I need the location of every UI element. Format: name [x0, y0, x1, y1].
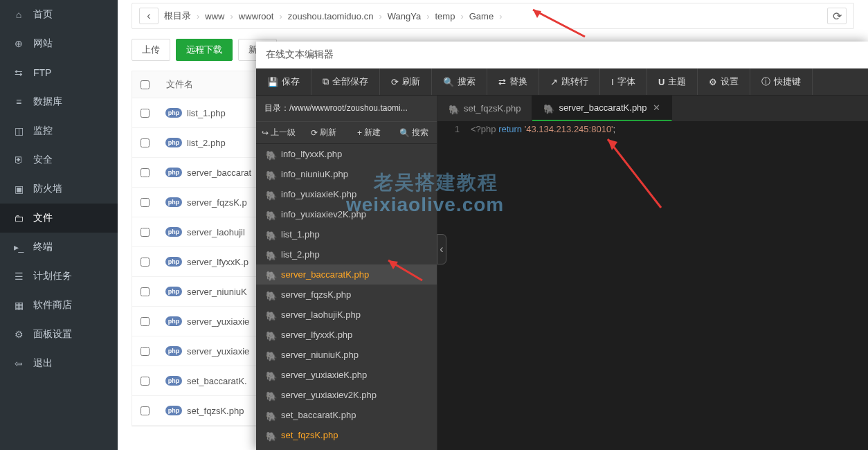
php-icon: 🐘: [449, 105, 458, 113]
editor-file-item[interactable]: 🐘server_yuxiaxieK.php: [256, 365, 437, 385]
editor-file-list[interactable]: 🐘info_lfyxxK.php🐘info_niuniuK.php🐘info_y…: [256, 144, 437, 450]
editor-file-item[interactable]: 🐘info_yuxiaxiev2K.php: [256, 204, 437, 224]
sidebar-item-label: 网站: [33, 37, 53, 50]
breadcrumb-part[interactable]: temp: [435, 11, 455, 21]
info-icon: ⓘ: [761, 75, 770, 88]
editor-toolbar: 💾保存 ⧉全部保存 ⟳刷新 🔍搜索 ⇄替换 ↗跳转行 Ⅰ字体 U主题 ⚙设置 ⓘ…: [256, 69, 868, 96]
tab-label: server_baccaratK.php: [559, 102, 647, 113]
row-checkbox[interactable]: [141, 347, 150, 356]
file-name: info_yuxiaxiev2K.php: [281, 209, 366, 219]
editor-file-item[interactable]: 🐘set_fqzsK.php: [256, 425, 437, 445]
row-checkbox[interactable]: [141, 287, 150, 296]
sidebar-item-terminal[interactable]: ▸_终端: [0, 233, 118, 262]
editor-body: 目录：/www/wwwroot/zoushou.taomi... ↪上一级 ⟳刷…: [256, 96, 868, 450]
file-name: info_lfyxxK.php: [281, 149, 342, 159]
sidebar-item-monitor[interactable]: ◫监控: [0, 116, 118, 145]
editor-file-item[interactable]: 🐘list_1.php: [256, 224, 437, 244]
sidebar-item-logout[interactable]: ⇦退出: [0, 349, 118, 378]
back-button[interactable]: ‹: [139, 8, 159, 24]
row-checkbox[interactable]: [141, 317, 150, 326]
select-all-checkbox[interactable]: [141, 80, 150, 89]
breadcrumb-bar: ‹ 根目录› www› wwwroot› zoushou.taomiduo.cn…: [132, 3, 854, 29]
close-icon[interactable]: ✕: [653, 102, 660, 113]
fp-refresh-button[interactable]: ⟳刷新: [301, 122, 346, 143]
row-checkbox[interactable]: [141, 228, 150, 237]
editor-replace-button[interactable]: ⇄替换: [487, 69, 539, 95]
row-checkbox[interactable]: [141, 258, 150, 267]
sidebar-item-apps[interactable]: ▦软件商店: [0, 291, 118, 320]
editor-file-item[interactable]: 🐘set_baccaratK.php: [256, 405, 437, 425]
editor-file-item[interactable]: 🐘server_niuniuK.php: [256, 345, 437, 365]
editor-theme-button[interactable]: U主题: [647, 69, 698, 95]
collapse-handle[interactable]: ‹: [437, 234, 446, 264]
breadcrumb-part[interactable]: Game: [469, 11, 494, 21]
remote-download-button[interactable]: 远程下载: [176, 39, 233, 61]
editor-file-item[interactable]: 🐘server_fqzsK.php: [256, 285, 437, 305]
editor-refresh-button[interactable]: ⟳刷新: [380, 69, 432, 95]
php-icon: 🐘: [266, 291, 275, 299]
sidebar-item-cron[interactable]: ☰计划任务: [0, 262, 118, 291]
sidebar-item-label: 面板设置: [33, 328, 72, 341]
editor-save-all-button[interactable]: ⧉全部保存: [311, 69, 380, 95]
file-name: server_baccaratK.php: [281, 269, 369, 280]
breadcrumb-part[interactable]: wwwroot: [239, 11, 274, 21]
code-area[interactable]: 1 <?php return '43.134.213.245:8010';: [437, 121, 868, 450]
editor-font-button[interactable]: Ⅰ字体: [600, 69, 647, 95]
php-icon: 🐘: [266, 311, 275, 319]
fp-up-button[interactable]: ↪上一级: [256, 122, 301, 143]
editor-file-item[interactable]: 🐘info_niuniuK.php: [256, 164, 437, 184]
tab-server-baccaratk[interactable]: 🐘server_baccaratK.php✕: [532, 96, 671, 121]
row-checkbox[interactable]: [141, 198, 150, 207]
php-icon: php: [166, 404, 181, 417]
editor-shortcuts-button[interactable]: ⓘ快捷键: [750, 69, 813, 95]
sidebar-item-label: 安全: [33, 154, 53, 166]
editor-file-item[interactable]: 🐘server_baccaratK.php: [256, 264, 437, 285]
editor-search-button[interactable]: 🔍搜索: [432, 69, 487, 95]
sidebar-item-site[interactable]: ⊕网站: [0, 29, 118, 58]
php-icon: php: [166, 285, 181, 298]
editor-file-item[interactable]: 🐘set_laohujiK.php: [256, 445, 437, 450]
editor-file-item[interactable]: 🐘server_laohujiK.php: [256, 305, 437, 325]
editor-file-item[interactable]: 🐘info_yuxiaxieK.php: [256, 184, 437, 204]
editor-title: 在线文本编辑器: [256, 42, 868, 69]
row-checkbox[interactable]: [141, 138, 150, 147]
upload-button[interactable]: 上传: [132, 39, 170, 61]
breadcrumb-part[interactable]: www: [205, 11, 224, 21]
editor-save-button[interactable]: 💾保存: [256, 69, 311, 95]
sidebar-item-label: 文件: [33, 212, 53, 224]
sidebar-item-files[interactable]: 🗀文件: [0, 204, 118, 233]
editor-file-item[interactable]: 🐘server_yuxiaxiev2K.php: [256, 385, 437, 405]
php-icon: 🐘: [266, 351, 275, 359]
editor-file-item[interactable]: 🐘info_lfyxxK.php: [256, 144, 437, 164]
sidebar-item-label: 终端: [33, 241, 53, 253]
sidebar-item-settings[interactable]: ⚙面板设置: [0, 320, 118, 349]
breadcrumb-part[interactable]: WangYa: [388, 11, 421, 21]
refresh-icon: ⟳: [833, 10, 842, 23]
editor-settings-button[interactable]: ⚙设置: [698, 69, 750, 95]
php-icon: 🐘: [266, 391, 275, 399]
fp-new-button[interactable]: +新建: [347, 122, 392, 143]
search-icon: 🔍: [443, 77, 454, 87]
editor-goto-button[interactable]: ↗跳转行: [539, 69, 600, 95]
editor-modal: 在线文本编辑器 💾保存 ⧉全部保存 ⟳刷新 🔍搜索 ⇄替换 ↗跳转行 Ⅰ字体 U…: [256, 42, 868, 450]
breadcrumb-part[interactable]: zoushou.taomiduo.cn: [288, 11, 374, 21]
fp-search-button[interactable]: 🔍搜索: [392, 122, 437, 143]
editor-path: 目录：/www/wwwroot/zoushou.taomi...: [256, 96, 437, 121]
tab-set-fqzsk[interactable]: 🐘set_fqzsK.php: [437, 96, 532, 121]
row-checkbox[interactable]: [141, 168, 150, 177]
sidebar-item-firewall[interactable]: ▣防火墙: [0, 174, 118, 204]
editor-file-item[interactable]: 🐘server_lfyxxK.php: [256, 325, 437, 345]
sidebar-item-ftp[interactable]: ⇆FTP: [0, 58, 118, 87]
editor-file-item[interactable]: 🐘list_2.php: [256, 244, 437, 264]
refresh-button[interactable]: ⟳: [827, 8, 847, 24]
gear-icon: ⚙: [709, 77, 717, 87]
row-checkbox[interactable]: [141, 377, 150, 386]
sidebar-item-home[interactable]: ⌂首页: [0, 0, 118, 29]
sidebar-item-database[interactable]: ≡数据库: [0, 87, 118, 116]
row-checkbox[interactable]: [141, 109, 150, 118]
sidebar-item-security[interactable]: ⛨安全: [0, 145, 118, 174]
row-checkbox[interactable]: [141, 406, 150, 415]
breadcrumb-root[interactable]: 根目录: [164, 10, 191, 22]
folder-icon: 🗀: [12, 212, 25, 224]
goto-icon: ↗: [550, 77, 558, 87]
